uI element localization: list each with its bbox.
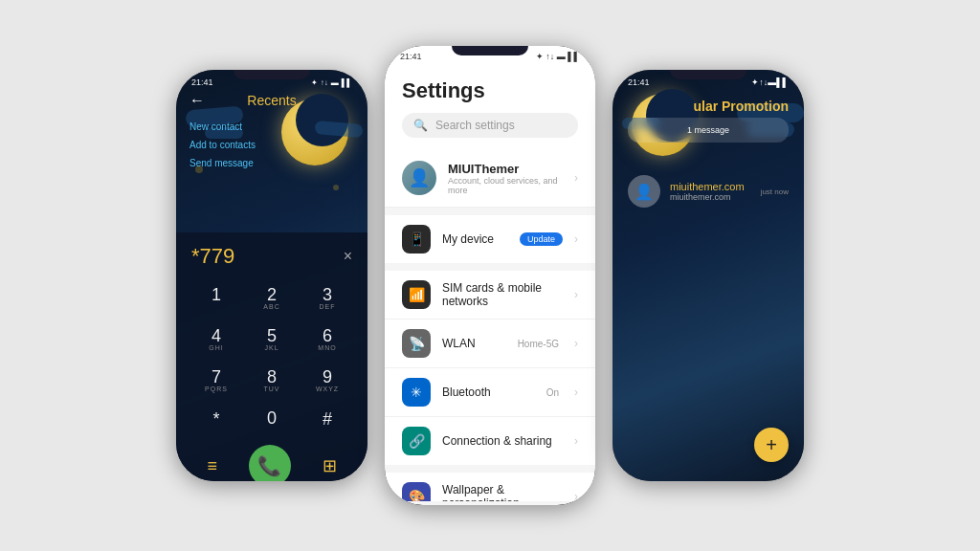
profile-info: MIUIThemer Account, cloud services, and … [448,162,563,195]
msg-status-bar: 21:41 ✦↑↓▬▌▌ [628,77,789,87]
bluetooth-text: Bluetooth [442,386,535,399]
my-device-chevron: › [574,232,578,246]
wlan-icon: 📡 [402,329,431,358]
contact-name: miuithemer.com [670,181,751,192]
connection-label: Connection & sharing [442,434,563,448]
dialer-actions: ≡ 📞 ⊞ [191,445,352,481]
phone-settings: 21:41 ✦ ↑↓ ▬ ▌▌ Settings 🔍 Search settin… [385,46,595,505]
update-badge: Update [520,232,563,246]
msg-time: 21:41 [628,77,650,87]
phone-messages: 21:41 ✦↑↓▬▌▌ ular Promotion 1 message 👤 … [612,70,804,481]
sim-label: SIM cards & mobile networks [442,281,563,308]
profile-name: MIUIThemer [448,162,563,176]
dialer-display: *779 × [191,244,352,269]
recents-title: Recents [247,93,296,108]
phone-dialer: 21:41 ✦↑↓▬▌▌ ← Recents New contact Add t… [176,70,368,481]
wallpaper-label: Wallpaper & personalization [442,483,563,501]
search-placeholder: Search settings [435,119,515,132]
connection-sharing-item[interactable]: 🔗 Connection & sharing › [385,417,595,465]
time-display: 21:41 [191,77,213,87]
contact-avatar: 👤 [628,175,660,208]
key-6[interactable]: 6MNO [302,321,352,357]
key-5[interactable]: 5JKL [247,321,297,357]
header-title-text: ular Promotion [693,99,789,114]
compose-fab[interactable]: + [754,428,789,462]
message-preview: miuithemer.com [670,192,751,202]
wallpaper-text: Wallpaper & personalization [442,483,563,501]
personalization-section: 🎨 Wallpaper & personalization › 🔒 Always… [385,473,595,501]
key-9[interactable]: 9WXYZ [302,363,352,398]
wallpaper-icon: 🎨 [402,482,431,501]
my-device-label: My device [442,232,508,246]
msg-status-icons: ✦↑↓▬▌▌ [751,77,789,87]
key-8[interactable]: 8TUV [247,363,297,398]
avatar: 👤 [402,161,436,195]
settings-status-bar: 21:41 ✦ ↑↓ ▬ ▌▌ [385,46,595,65]
gold-2 [333,185,339,190]
keypad: 1 2ABC 3DEF 4GHI 5JKL 6MNO 7PQRS 8TUV 9W… [191,280,352,435]
settings-page-title: Settings [385,65,595,113]
search-bar[interactable]: 🔍 Search settings [402,113,578,138]
status-bar-phone1: 21:41 ✦↑↓▬▌▌ [191,77,352,87]
bluetooth-item[interactable]: ✳ Bluetooth On › [385,368,595,417]
message-list-item[interactable]: 👤 miuithemer.com miuithemer.com just now [612,165,804,217]
recents-menu: New contact Add to contacts Send message [189,118,256,172]
key-0[interactable]: 0 [247,404,297,435]
profile-subtitle: Account, cloud services, and more [448,176,563,195]
fab-icon: + [766,434,777,456]
bluetooth-chevron: › [574,386,578,399]
sim-chevron: › [574,288,578,301]
msg-header-title: ular Promotion [628,99,789,114]
clear-button[interactable]: × [344,248,352,265]
back-button[interactable]: ← [189,92,205,109]
status-icons: ✦↑↓▬▌▌ [311,78,352,87]
wlan-text: WLAN [442,337,506,350]
contact-info: miuithemer.com miuithemer.com [670,181,751,202]
connection-chevron: › [574,434,578,448]
dialer-number: *779 [191,244,234,269]
my-device-item[interactable]: 📱 My device Update › [385,215,595,263]
settings-search-container: 🔍 Search settings [385,113,595,149]
menu-icon[interactable]: ≡ [207,456,217,476]
my-device-section: 📱 My device Update › [385,215,595,263]
key-2[interactable]: 2ABC [247,280,297,316]
message-time: just now [761,187,789,196]
key-hash[interactable]: # [302,404,352,435]
bluetooth-value: On [546,387,559,398]
wlan-item[interactable]: 📡 WLAN Home-5G › [385,320,595,368]
connection-text: Connection & sharing [442,434,563,448]
recents-header: ← Recents [176,93,368,108]
sim-icon: 📶 [402,280,431,309]
wlan-label: WLAN [442,337,506,350]
key-star[interactable]: * [191,404,241,435]
key-4[interactable]: 4GHI [191,321,241,357]
bluetooth-label: Bluetooth [442,386,535,399]
my-device-icon: 📱 [402,225,431,253]
call-button[interactable]: 📞 [249,445,291,481]
sim-text: SIM cards & mobile networks [442,281,563,308]
profile-chevron: › [574,171,578,185]
search-icon: 🔍 [413,119,428,132]
key-7[interactable]: 7PQRS [191,363,241,398]
bluetooth-icon: ✳ [402,378,431,407]
wallpaper-item[interactable]: 🎨 Wallpaper & personalization › [385,473,595,501]
new-contact-item[interactable]: New contact [189,118,256,136]
keypad-icon[interactable]: ⊞ [323,455,337,476]
notification-text: 1 message [639,125,777,135]
add-to-contacts-item[interactable]: Add to contacts [189,136,256,154]
dialer-area: *779 × 1 2ABC 3DEF 4GHI 5JKL 6MNO 7PQRS … [176,232,368,481]
sim-cards-item[interactable]: 📶 SIM cards & mobile networks › [385,271,595,320]
settings-items-section: 📶 SIM cards & mobile networks › 📡 WLAN H… [385,271,595,465]
my-device-text: My device [442,232,508,246]
profile-item[interactable]: 👤 MIUIThemer Account, cloud services, an… [385,149,595,208]
send-message-item[interactable]: Send message [189,154,256,172]
notification-bar[interactable]: 1 message [628,118,789,143]
key-3[interactable]: 3DEF [302,280,352,316]
connection-icon: 🔗 [402,427,431,455]
wlan-value: Home-5G [518,339,559,349]
wlan-chevron: › [574,337,578,350]
key-1[interactable]: 1 [191,280,241,316]
settings-time: 21:41 [400,52,422,61]
settings-status-icons: ✦ ↑↓ ▬ ▌▌ [536,52,580,61]
wallpaper-chevron: › [574,490,578,501]
